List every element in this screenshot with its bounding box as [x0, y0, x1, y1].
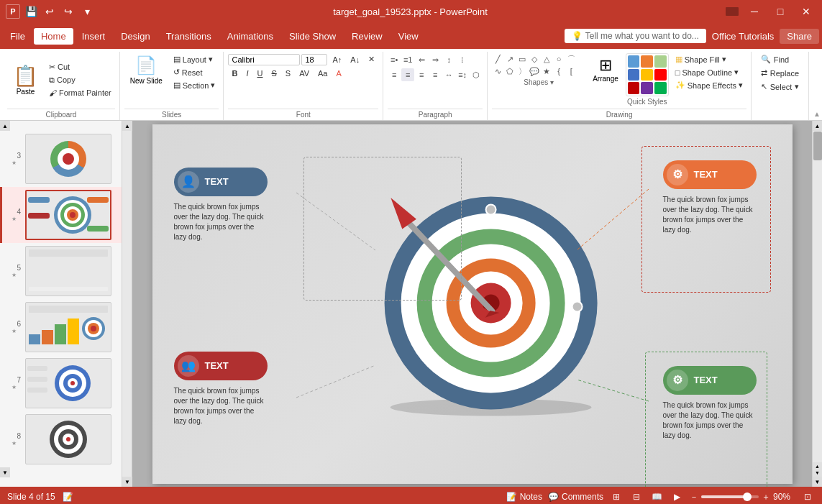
section-button[interactable]: ▤ Section▾ — [170, 79, 219, 91]
bold-button[interactable]: B — [228, 68, 241, 79]
slide-thumb-3[interactable]: 3 ★ — [0, 131, 122, 187]
slide-thumbnail-3[interactable] — [25, 134, 111, 184]
new-slide-button[interactable]: 📄 New Slide — [124, 53, 168, 87]
menu-animations[interactable]: Animations — [220, 28, 280, 45]
character-spacing-button[interactable]: AV — [296, 68, 313, 79]
line-spacing-button[interactable]: ↕ — [442, 53, 455, 66]
slide-thumb-8[interactable]: 8 ★ — [0, 411, 122, 467]
align-right-button[interactable]: ≡ — [415, 68, 428, 81]
align-text-button[interactable]: ≡↕ — [456, 68, 469, 81]
slide-thumbnail-5[interactable] — [25, 246, 111, 296]
increase-indent-button[interactable]: ⇒ — [429, 53, 442, 66]
slide-notes-icon[interactable]: 📝 — [63, 492, 73, 502]
shape-effects-button[interactable]: ✨ Shape Effects ▾ — [672, 79, 746, 91]
menu-slideshow[interactable]: Slide Show — [282, 28, 343, 45]
comments-button[interactable]: 💬 Comments — [548, 492, 603, 502]
slide-view-area[interactable]: ▲ ▼ 👤 TEXT The quick brown fox jumps ove… — [122, 121, 812, 487]
slide-thumb-6[interactable]: 6 ★ — [0, 299, 122, 355]
redo-button[interactable]: ↪ — [60, 4, 76, 19]
menu-insert[interactable]: Insert — [75, 28, 113, 45]
office-tutorials-link[interactable]: Office Tutorials — [712, 31, 774, 42]
scroll-controls[interactable]: ▲ ▼ — [813, 462, 823, 477]
slideshow-button[interactable]: ▶ — [670, 490, 684, 504]
copy-button[interactable]: ⧉ Copy — [45, 74, 115, 86]
label-bottom-left[interactable]: 👥 TEXT The quick brown fox jumps over th… — [174, 352, 268, 426]
text-direction-button[interactable]: ↔ — [442, 68, 455, 81]
menu-review[interactable]: Review — [344, 28, 390, 45]
right-scroll-track[interactable] — [813, 131, 823, 462]
shape-oval[interactable]: ○ — [553, 53, 565, 65]
label-top-left[interactable]: 👤 TEXT The quick brown fox jumps over th… — [174, 168, 268, 242]
normal-view-button[interactable]: ⊞ — [609, 490, 624, 504]
smartart-button[interactable]: ⬡ — [470, 68, 483, 81]
layout-button[interactable]: ▤ Layout▾ — [170, 53, 219, 65]
left-scroll-up[interactable]: ▲ — [122, 121, 132, 131]
columns-button[interactable]: ⫶ — [456, 53, 469, 66]
close-button[interactable]: ✕ — [796, 4, 816, 19]
shape-line[interactable]: ╱ — [492, 53, 503, 65]
shape-rect[interactable]: ▭ — [516, 53, 528, 65]
right-scroll-down[interactable]: ▼ — [813, 477, 823, 487]
underline-button[interactable]: U — [254, 68, 267, 79]
right-scroll-thumb[interactable] — [813, 132, 822, 160]
shape-curve[interactable]: ⌒ — [565, 53, 577, 65]
shape-diamond[interactable]: ◇ — [529, 53, 540, 65]
shape-pentagon[interactable]: ⬠ — [504, 65, 516, 77]
undo-button[interactable]: ↩ — [42, 4, 58, 19]
reset-button[interactable]: ↺ Reset — [170, 66, 219, 78]
label-top-right[interactable]: ⚙ TEXT The quick brown fox jumps over th… — [663, 160, 757, 235]
customize-qat-button[interactable]: ▾ — [79, 4, 95, 19]
menu-home[interactable]: Home — [34, 28, 73, 45]
share-button[interactable]: Share — [780, 29, 819, 44]
justify-button[interactable]: ≡ — [429, 68, 442, 81]
font-name-input[interactable] — [228, 54, 300, 65]
save-button[interactable]: 💾 — [23, 4, 39, 19]
quick-styles-button[interactable]: Quick Styles — [626, 53, 669, 106]
bullets-button[interactable]: ≡• — [388, 53, 401, 66]
shape-chevron[interactable]: 〉 — [516, 65, 528, 77]
zoom-in-button[interactable]: ＋ — [762, 491, 770, 503]
menu-design[interactable]: Design — [114, 28, 157, 45]
find-button[interactable]: 🔍 Find — [757, 53, 804, 65]
paste-button[interactable]: 📋 Paste — [7, 63, 44, 97]
clear-format-button[interactable]: ✕ — [365, 53, 378, 65]
font-size-input[interactable] — [301, 54, 327, 65]
zoom-level[interactable]: 90% — [773, 492, 795, 502]
italic-button[interactable]: I — [242, 68, 252, 79]
decrease-indent-button[interactable]: ⇐ — [415, 53, 428, 66]
shape-callout[interactable]: 💬 — [529, 65, 540, 77]
slide-sorter-button[interactable]: ⊟ — [629, 490, 644, 504]
shape-bracket[interactable]: [ — [565, 65, 577, 77]
align-left-button[interactable]: ≡ — [388, 68, 401, 81]
zoom-thumb[interactable] — [743, 492, 752, 501]
arrange-button[interactable]: ⊞ Arrange — [588, 53, 623, 86]
menu-file[interactable]: File — [3, 28, 32, 45]
align-center-button[interactable]: ≡ — [401, 68, 414, 81]
replace-button[interactable]: ⇄ Replace — [757, 67, 804, 79]
fit-slide-button[interactable]: ⊡ — [800, 490, 815, 504]
slide-thumb-4[interactable]: 4 ★ — [0, 187, 122, 243]
zoom-slider[interactable] — [701, 495, 759, 498]
format-painter-button[interactable]: 🖌 Format Painter — [45, 87, 115, 98]
shape-star[interactable]: ★ — [541, 65, 552, 77]
slide-canvas[interactable]: 👤 TEXT The quick brown fox jumps over th… — [152, 124, 793, 484]
shape-freeform[interactable]: ∿ — [492, 65, 503, 77]
menu-view[interactable]: View — [391, 28, 426, 45]
shape-triangle[interactable]: △ — [541, 53, 552, 65]
left-scroll-down[interactable]: ▼ — [122, 477, 132, 487]
maximize-button[interactable]: □ — [770, 4, 790, 19]
ribbon-collapse-button[interactable]: ▲ — [812, 52, 822, 120]
notes-button[interactable]: 📝 Notes — [506, 492, 542, 502]
shapes-label[interactable]: Shapes ▾ — [492, 78, 585, 86]
font-color-button[interactable]: A — [332, 68, 344, 79]
label-bottom-right[interactable]: ⚙ TEXT The quick brown fox jumps over th… — [663, 366, 757, 441]
text-shadow-button[interactable]: S — [282, 68, 294, 79]
slide-panel-scroll-up[interactable]: ▲ — [0, 121, 10, 131]
numbering-button[interactable]: ≡1 — [401, 53, 414, 66]
slide-thumbnail-8[interactable] — [25, 414, 111, 464]
slide-thumbnail-7[interactable] — [25, 358, 111, 408]
right-scroll-up[interactable]: ▲ — [813, 121, 823, 131]
cut-button[interactable]: ✂ Cut — [45, 61, 115, 73]
shape-fill-button[interactable]: ▦ Shape Fill ▾ — [672, 53, 746, 65]
reading-view-button[interactable]: 📖 — [649, 490, 664, 504]
